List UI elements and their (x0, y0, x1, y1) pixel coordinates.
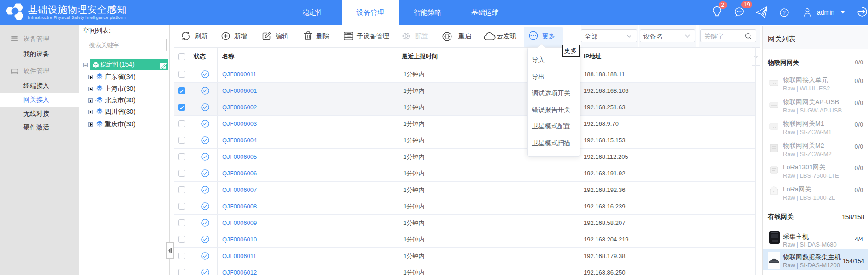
svg-text:?: ? (783, 10, 785, 16)
